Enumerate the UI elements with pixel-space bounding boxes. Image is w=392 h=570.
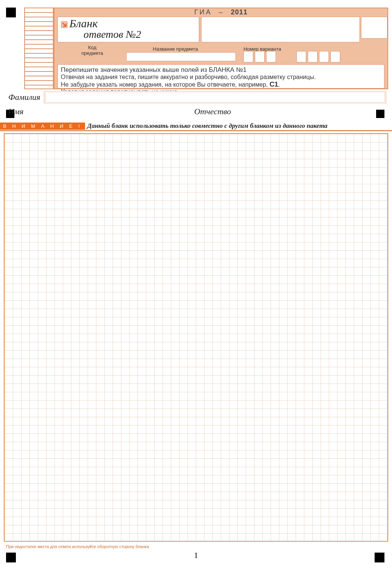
footer-note: При недостатке места для ответа использу… xyxy=(6,544,149,549)
header-blank-box xyxy=(201,17,360,42)
page-number: 1 xyxy=(0,550,392,560)
patronymic-label: Отчество xyxy=(185,107,234,116)
header-corner-box xyxy=(361,17,387,39)
barcode-left-strip xyxy=(24,8,54,89)
exam-year-row: ГИА – 2011 xyxy=(54,8,387,17)
subject-name-label: Название предмета xyxy=(138,46,213,52)
barcode-cell xyxy=(330,51,340,62)
firstname-label: Имя xyxy=(5,107,48,116)
exam-year: 2011 xyxy=(231,8,248,16)
surname-input[interactable] xyxy=(46,92,384,102)
instr-line3: Не забудьте указать номер задания, на ко… xyxy=(61,81,381,89)
patronymic-input[interactable] xyxy=(234,107,372,116)
barcode-cells xyxy=(296,51,340,62)
barcode-cell xyxy=(308,51,318,62)
instr-line1: Перепишите значения указанных выше полей… xyxy=(61,66,381,74)
variant-cell[interactable] xyxy=(255,51,265,62)
form-header: ГИА – 2011 Бланк ответов №2 Код предмета… xyxy=(54,8,388,89)
firstname-input[interactable] xyxy=(48,107,185,116)
form-title-box: Бланк ответов №2 xyxy=(57,17,199,42)
variant-cell[interactable] xyxy=(266,51,276,62)
surname-label: Фамилия xyxy=(5,92,43,102)
dash: – xyxy=(219,8,224,16)
answer-grid-area[interactable] xyxy=(4,133,388,542)
arrow-icon xyxy=(61,21,68,28)
barcode-cell xyxy=(296,51,306,62)
title-line1: Бланк xyxy=(69,17,98,30)
warning-tag: В Н И М А Н И Е ! xyxy=(0,123,85,130)
surname-shade xyxy=(43,91,387,104)
marker-top-left xyxy=(6,8,16,17)
variant-cell[interactable] xyxy=(243,51,253,62)
instructions-box: Перепишите значения указанных выше полей… xyxy=(57,64,384,89)
instr-line2: Отвечая на задания теста, пишите аккурат… xyxy=(61,74,381,81)
exam-label: ГИА xyxy=(194,8,212,16)
subject-name-input[interactable] xyxy=(126,52,236,61)
answer-form-page: ГИА – 2011 Бланк ответов №2 Код предмета… xyxy=(0,0,392,570)
subject-code-label: Код предмета xyxy=(77,45,107,56)
warning-text: Данный бланк использовать только совмест… xyxy=(85,122,328,130)
surname-row: Фамилия xyxy=(5,91,387,104)
variant-cells[interactable] xyxy=(243,51,276,62)
title-line2: ответов №2 xyxy=(61,28,141,40)
warning-strip: В Н И М А Н И Е ! Данный бланк использов… xyxy=(0,122,392,130)
firstname-row: Имя Отчество xyxy=(5,105,387,118)
name-section: Фамилия Имя Отчество xyxy=(5,91,387,118)
barcode-cell xyxy=(319,51,329,62)
warning-underline xyxy=(0,130,392,131)
